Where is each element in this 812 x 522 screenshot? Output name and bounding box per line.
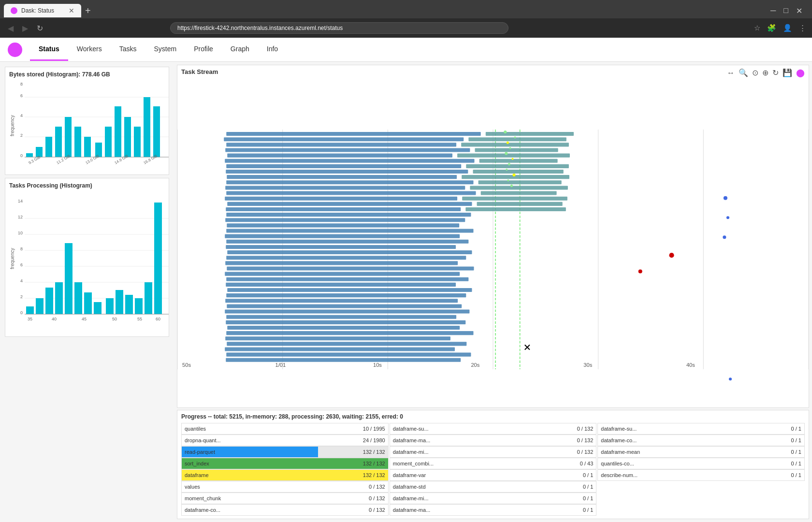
svg-rect-92 (473, 170, 563, 174)
account-icon[interactable]: 👤 (783, 24, 792, 32)
progress-item: dataframe 132 / 132 (181, 469, 389, 481)
svg-rect-52 (84, 292, 92, 314)
svg-rect-121 (227, 288, 472, 292)
zoom-out-icon[interactable]: ⊙ (752, 68, 758, 77)
nav-system[interactable]: System (145, 38, 185, 61)
svg-rect-93 (227, 175, 457, 179)
svg-rect-59 (154, 203, 162, 314)
zoom-box-icon[interactable]: ⊕ (762, 68, 768, 77)
svg-rect-95 (226, 180, 473, 184)
new-tab-button[interactable]: + (85, 6, 91, 15)
svg-text:14: 14 (18, 199, 23, 203)
nav-status[interactable]: Status (30, 38, 68, 61)
svg-rect-116 (225, 261, 458, 265)
extensions-icon[interactable]: 🧩 (767, 24, 776, 32)
address-bar: ◀ ▶ ↻ ☆ 🧩 👤 ⋮ (0, 18, 812, 38)
svg-rect-83 (225, 148, 470, 152)
progress-item: dataframe-mean 0 / 1 (597, 446, 805, 458)
svg-rect-129 (226, 331, 473, 335)
back-button[interactable]: ◀ (6, 23, 15, 34)
zoom-in-icon[interactable]: 🔍 (739, 68, 748, 77)
progress-item: dataframe-ma... 0 / 132 (390, 435, 597, 446)
svg-text:55: 55 (137, 317, 142, 321)
progress-item: dropna-quant... 24 / 1980 (181, 435, 389, 446)
svg-rect-16 (84, 137, 91, 157)
star-icon[interactable]: ☆ (754, 24, 760, 32)
svg-text:30s: 30s (583, 362, 592, 368)
menu-icon[interactable]: ⋮ (799, 24, 806, 32)
svg-point-140 (511, 158, 513, 160)
url-bar[interactable] (170, 22, 508, 34)
svg-rect-58 (145, 282, 152, 314)
progress-item: moment_chunk 0 / 132 (181, 493, 389, 504)
svg-rect-46 (26, 306, 34, 314)
progress-section: Progress -- total: 5215, in-memory: 288,… (177, 410, 809, 519)
svg-rect-91 (226, 170, 468, 174)
close-button[interactable]: ✕ (796, 6, 802, 15)
svg-rect-97 (225, 186, 465, 189)
minimize-button[interactable]: ─ (770, 6, 776, 15)
svg-rect-108 (225, 218, 465, 222)
tasks-histogram-chart: frequency 0 2 4 6 8 10 12 14 (9, 191, 174, 331)
progress-grid: quantiles 10 / 1995 dropna-quant... 24 /… (181, 423, 805, 516)
svg-rect-130 (225, 336, 450, 340)
svg-rect-49 (55, 282, 63, 314)
svg-rect-109 (227, 223, 459, 227)
nav-tasks[interactable]: Tasks (111, 38, 145, 61)
progress-col3: dataframe-su... 0 / 1 dataframe-co... 0 … (597, 423, 805, 516)
nav-graph[interactable]: Graph (222, 38, 258, 61)
svg-rect-48 (45, 288, 53, 314)
svg-point-146 (669, 253, 674, 258)
svg-rect-120 (226, 283, 456, 287)
window-controls: ─ □ ✕ (770, 6, 808, 15)
bytes-histogram-title: Bytes stored (Histogram): 778.46 GB (9, 71, 165, 78)
tab-close-button[interactable]: ✕ (69, 7, 74, 14)
svg-text:60: 60 (156, 317, 160, 321)
svg-rect-54 (106, 298, 114, 314)
refresh-icon[interactable]: ↻ (772, 68, 779, 77)
svg-rect-21 (134, 127, 141, 157)
forward-button[interactable]: ▶ (20, 23, 30, 34)
svg-text:45: 45 (82, 317, 87, 321)
nav-info[interactable]: Info (258, 38, 287, 61)
svg-rect-18 (105, 127, 112, 157)
palette-icon[interactable]: ⬤ (796, 68, 805, 77)
progress-item: dataframe-std 0 / 1 (390, 481, 597, 493)
tasks-histogram-box: Tasks Processing (Histogram) frequency 0… (5, 178, 169, 337)
reset-icon[interactable]: ↔ (727, 69, 735, 77)
progress-item: sort_index 132 / 132 (181, 458, 389, 469)
svg-rect-119 (226, 277, 468, 281)
refresh-button[interactable]: ↻ (35, 23, 45, 34)
task-stream-title: Task Stream (177, 65, 809, 78)
maximize-button[interactable]: □ (783, 6, 788, 15)
svg-rect-102 (462, 197, 567, 201)
svg-rect-22 (144, 97, 150, 157)
svg-text:0: 0 (20, 153, 23, 158)
svg-rect-112 (226, 240, 468, 244)
task-stream-toolbar: ↔ 🔍 ⊙ ⊕ ↻ 💾 ⬤ (727, 68, 805, 77)
svg-point-147 (638, 270, 642, 274)
svg-rect-99 (226, 191, 476, 195)
save-icon[interactable]: 💾 (783, 68, 792, 77)
svg-rect-89 (226, 164, 461, 168)
svg-text:40: 40 (52, 317, 57, 321)
active-tab[interactable]: Dask: Status ✕ (4, 4, 81, 17)
svg-rect-98 (470, 186, 567, 189)
nav-profile[interactable]: Profile (185, 38, 222, 61)
tab-bar: Dask: Status ✕ + ─ □ ✕ (0, 0, 812, 18)
svg-rect-104 (477, 202, 563, 206)
svg-point-136 (514, 136, 516, 138)
svg-text:35: 35 (28, 317, 32, 321)
svg-text:10s: 10s (373, 362, 382, 368)
svg-rect-134 (226, 358, 461, 362)
svg-text:frequency: frequency (10, 115, 15, 136)
progress-item: describe-num... 0 / 1 (597, 469, 805, 481)
app-nav: Status Workers Tasks System Profile Grap… (0, 38, 812, 62)
progress-item: dataframe-co... 0 / 132 (181, 504, 389, 516)
svg-point-139 (505, 152, 508, 155)
svg-text:6: 6 (20, 262, 23, 267)
nav-workers[interactable]: Workers (68, 38, 111, 61)
svg-text:50: 50 (112, 317, 117, 321)
svg-rect-13 (55, 127, 62, 157)
svg-rect-96 (478, 180, 562, 184)
